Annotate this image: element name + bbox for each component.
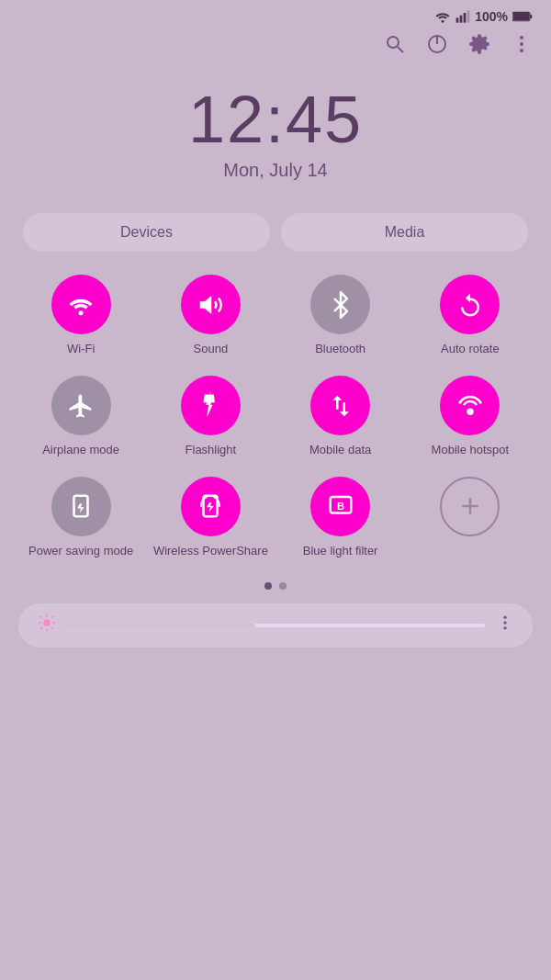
clock-date: Mon, July 14 bbox=[0, 160, 551, 181]
svg-point-8 bbox=[388, 37, 399, 48]
bluetooth-label: Bluetooth bbox=[315, 342, 365, 357]
qs-wirelesspowershare[interactable]: Wireless PowerShare bbox=[148, 477, 273, 559]
brightness-control[interactable] bbox=[18, 603, 533, 648]
qs-more[interactable] bbox=[408, 477, 533, 559]
svg-point-14 bbox=[520, 49, 523, 52]
svg-rect-4 bbox=[467, 10, 470, 22]
power-icon[interactable] bbox=[426, 33, 448, 61]
svg-point-12 bbox=[520, 36, 523, 39]
powersaving-icon-button[interactable] bbox=[51, 477, 111, 536]
svg-marker-16 bbox=[200, 296, 212, 314]
clock-time: 12:45 bbox=[0, 84, 551, 156]
svg-rect-6 bbox=[513, 13, 529, 20]
battery-percentage: 100% bbox=[475, 9, 508, 24]
status-icons: 100% bbox=[434, 9, 533, 24]
signal-icon bbox=[455, 10, 470, 23]
search-icon[interactable] bbox=[384, 33, 406, 61]
quick-settings-grid: Wi-Fi Sound Bluetooth Auto rotate bbox=[0, 265, 551, 569]
page-indicators bbox=[0, 569, 551, 599]
svg-rect-7 bbox=[530, 15, 532, 19]
page-dot-1 bbox=[264, 582, 272, 590]
svg-point-0 bbox=[442, 20, 444, 23]
hotspot-icon-button[interactable] bbox=[440, 376, 500, 435]
mobiledata-icon-button[interactable] bbox=[310, 376, 370, 435]
devices-tab[interactable]: Devices bbox=[23, 213, 270, 252]
bluelightfilter-label: Blue light filter bbox=[303, 544, 378, 559]
brightness-icon bbox=[37, 613, 57, 638]
svg-point-26 bbox=[43, 619, 50, 625]
wirelesspowershare-label: Wireless PowerShare bbox=[153, 544, 268, 559]
svg-point-37 bbox=[503, 627, 506, 630]
media-tab[interactable]: Media bbox=[281, 213, 528, 252]
page-dot-2 bbox=[279, 582, 287, 590]
qs-powersaving[interactable]: Power saving mode bbox=[18, 477, 143, 559]
wifi-status-icon bbox=[434, 10, 451, 23]
svg-line-33 bbox=[40, 627, 42, 629]
more-options-icon[interactable] bbox=[511, 33, 533, 61]
flashlight-label: Flashlight bbox=[186, 443, 237, 458]
svg-point-15 bbox=[79, 310, 84, 315]
svg-point-36 bbox=[503, 622, 506, 625]
svg-line-9 bbox=[398, 47, 403, 52]
wifi-icon-button[interactable] bbox=[51, 275, 111, 334]
qs-bluetooth[interactable]: Bluetooth bbox=[278, 275, 403, 357]
clock-section: 12:45 Mon, July 14 bbox=[0, 74, 551, 199]
autorotate-label: Auto rotate bbox=[441, 342, 500, 357]
qs-mobiledata[interactable]: Mobile data bbox=[278, 376, 403, 458]
more-tiles-icon-button[interactable] bbox=[440, 477, 500, 536]
autorotate-icon-button[interactable] bbox=[440, 275, 500, 334]
qs-hotspot[interactable]: Mobile hotspot bbox=[408, 376, 533, 458]
flashlight-icon-button[interactable] bbox=[181, 376, 241, 435]
qs-sound[interactable]: Sound bbox=[148, 275, 273, 357]
svg-point-13 bbox=[520, 42, 523, 46]
brightness-slider-fill bbox=[68, 624, 255, 627]
wirelesspowershare-icon-button[interactable] bbox=[181, 477, 241, 536]
airplane-icon-button[interactable] bbox=[51, 376, 111, 435]
svg-line-31 bbox=[40, 616, 42, 618]
battery-icon bbox=[512, 10, 533, 23]
status-bar: 100% bbox=[0, 0, 551, 28]
qs-flashlight[interactable]: Flashlight bbox=[148, 376, 273, 458]
sound-label: Sound bbox=[194, 342, 229, 357]
wifi-label: Wi-Fi bbox=[67, 342, 95, 357]
sound-icon-button[interactable] bbox=[181, 275, 241, 334]
qs-autorotate[interactable]: Auto rotate bbox=[408, 275, 533, 357]
svg-rect-3 bbox=[464, 13, 467, 23]
qs-wifi[interactable]: Wi-Fi bbox=[18, 275, 143, 357]
svg-line-32 bbox=[51, 627, 53, 629]
svg-rect-1 bbox=[456, 17, 459, 22]
airplane-label: Airplane mode bbox=[42, 443, 119, 458]
svg-text:B: B bbox=[337, 501, 344, 512]
qs-bluelightfilter[interactable]: B Blue light filter bbox=[278, 477, 403, 559]
qs-airplane[interactable]: Airplane mode bbox=[18, 376, 143, 458]
bluelightfilter-icon-button[interactable]: B bbox=[310, 477, 370, 536]
hotspot-label: Mobile hotspot bbox=[432, 443, 510, 458]
powersaving-label: Power saving mode bbox=[28, 544, 133, 559]
settings-icon[interactable] bbox=[468, 33, 490, 61]
brightness-more-icon[interactable] bbox=[496, 614, 514, 636]
mobiledata-label: Mobile data bbox=[309, 443, 371, 458]
device-media-row: Devices Media bbox=[0, 199, 551, 265]
bluetooth-icon-button[interactable] bbox=[310, 275, 370, 334]
top-actions bbox=[0, 28, 551, 74]
svg-line-34 bbox=[51, 616, 53, 618]
brightness-slider-track[interactable] bbox=[68, 624, 485, 627]
svg-rect-2 bbox=[460, 16, 463, 23]
svg-point-35 bbox=[503, 616, 506, 619]
